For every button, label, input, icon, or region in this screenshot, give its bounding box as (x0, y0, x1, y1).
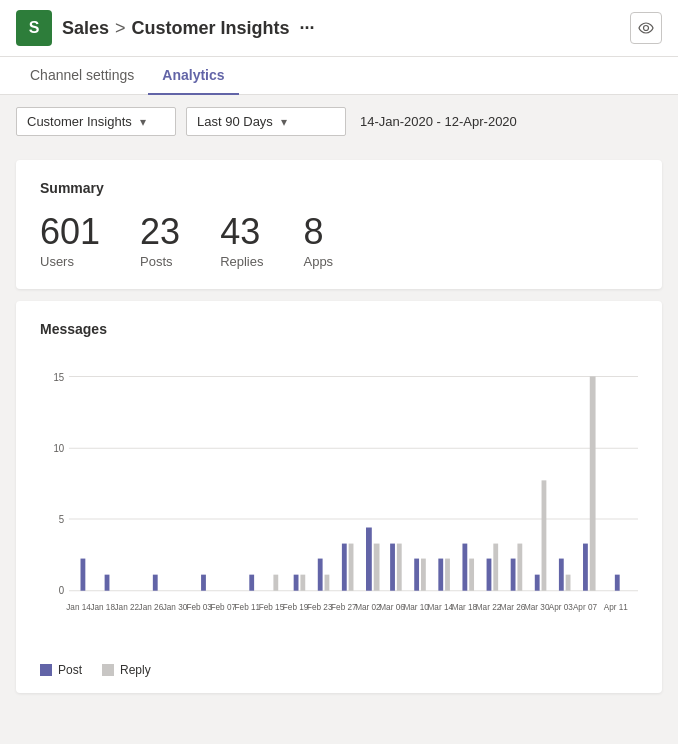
svg-text:Feb 27: Feb 27 (331, 602, 357, 613)
tab-channel-settings[interactable]: Channel settings (16, 57, 148, 95)
svg-rect-14 (273, 575, 278, 591)
svg-rect-27 (438, 559, 443, 591)
messages-chart-title: Messages (40, 321, 638, 337)
svg-rect-37 (559, 559, 564, 591)
chevron-down-icon: ▾ (281, 115, 287, 129)
header: S Sales > Customer Insights ··· (0, 0, 678, 57)
tab-analytics[interactable]: Analytics (148, 57, 238, 95)
svg-point-0 (644, 26, 649, 31)
svg-rect-12 (201, 575, 206, 591)
svg-rect-36 (542, 480, 547, 590)
apps-value: 8 (303, 214, 323, 250)
filters-bar: Customer Insights ▾ Last 90 Days ▾ 14-Ja… (0, 95, 678, 148)
svg-text:Mar 18: Mar 18 (452, 602, 478, 613)
svg-rect-35 (535, 575, 540, 591)
svg-text:Feb 15: Feb 15 (259, 602, 285, 613)
insight-dropdown-label: Customer Insights (27, 114, 132, 129)
svg-rect-23 (390, 544, 395, 591)
post-color-swatch (40, 664, 52, 676)
svg-rect-19 (342, 544, 347, 591)
svg-text:Feb 19: Feb 19 (283, 602, 309, 613)
svg-rect-28 (445, 559, 450, 591)
svg-rect-22 (374, 544, 380, 591)
svg-text:Jan 26: Jan 26 (139, 602, 164, 613)
svg-rect-20 (349, 544, 354, 591)
svg-rect-11 (153, 575, 158, 591)
chart-area: 15 10 5 0 (40, 355, 638, 655)
period-dropdown-label: Last 90 Days (197, 114, 273, 129)
messages-chart-card: Messages 15 10 5 0 (16, 301, 662, 693)
svg-text:Mar 30: Mar 30 (524, 602, 550, 613)
svg-text:Mar 14: Mar 14 (428, 602, 454, 613)
svg-rect-40 (590, 376, 596, 590)
summary-title: Summary (40, 180, 638, 196)
replies-label: Replies (220, 254, 263, 269)
svg-rect-18 (325, 575, 330, 591)
svg-rect-26 (421, 559, 426, 591)
avatar: S (16, 10, 52, 46)
svg-text:Mar 10: Mar 10 (403, 602, 429, 613)
svg-rect-34 (517, 544, 522, 591)
more-options[interactable]: ··· (300, 18, 315, 39)
svg-text:Feb 03: Feb 03 (186, 602, 212, 613)
app-name: Sales (62, 18, 109, 39)
tabs-bar: Channel settings Analytics (0, 57, 678, 95)
svg-text:Mar 06: Mar 06 (379, 602, 405, 613)
svg-rect-16 (300, 575, 305, 591)
summary-apps: 8 Apps (303, 214, 333, 269)
summary-replies: 43 Replies (220, 214, 263, 269)
date-range-display: 14-Jan-2020 - 12-Apr-2020 (356, 114, 517, 129)
svg-rect-9 (81, 559, 86, 591)
legend-post-label: Post (58, 663, 82, 677)
chart-legend: Post Reply (40, 663, 638, 677)
svg-rect-33 (511, 559, 516, 591)
page-title: Customer Insights (132, 18, 290, 39)
svg-text:Mar 02: Mar 02 (355, 602, 381, 613)
legend-post: Post (40, 663, 82, 677)
svg-rect-39 (583, 544, 588, 591)
svg-rect-17 (318, 559, 323, 591)
messages-chart-svg: 15 10 5 0 (40, 355, 638, 655)
svg-text:Feb 07: Feb 07 (211, 602, 237, 613)
svg-text:Jan 22: Jan 22 (115, 602, 140, 613)
svg-text:Jan 14: Jan 14 (66, 602, 91, 613)
svg-rect-38 (566, 575, 571, 591)
svg-rect-24 (397, 544, 402, 591)
summary-users: 601 Users (40, 214, 100, 269)
svg-rect-30 (469, 559, 474, 591)
svg-text:Apr 03: Apr 03 (549, 602, 573, 613)
insight-dropdown[interactable]: Customer Insights ▾ (16, 107, 176, 136)
svg-text:Jan 30: Jan 30 (163, 602, 188, 613)
svg-rect-10 (105, 575, 110, 591)
reply-color-swatch (102, 664, 114, 676)
svg-text:Apr 07: Apr 07 (573, 602, 597, 613)
svg-text:15: 15 (53, 371, 64, 383)
svg-text:5: 5 (59, 514, 65, 526)
svg-text:Feb 23: Feb 23 (307, 602, 333, 613)
replies-value: 43 (220, 214, 260, 250)
summary-grid: 601 Users 23 Posts 43 Replies 8 Apps (40, 214, 638, 269)
legend-reply: Reply (102, 663, 151, 677)
breadcrumb-separator: > (115, 18, 126, 39)
svg-rect-25 (414, 559, 419, 591)
svg-text:10: 10 (53, 443, 64, 455)
svg-text:Apr 11: Apr 11 (604, 602, 628, 613)
svg-rect-13 (249, 575, 254, 591)
summary-card: Summary 601 Users 23 Posts 43 Replies 8 … (16, 160, 662, 289)
svg-text:Jan 18: Jan 18 (90, 602, 115, 613)
posts-value: 23 (140, 214, 180, 250)
users-value: 601 (40, 214, 100, 250)
header-left: S Sales > Customer Insights ··· (16, 10, 315, 46)
legend-reply-label: Reply (120, 663, 151, 677)
svg-text:Mar 22: Mar 22 (476, 602, 502, 613)
view-toggle-button[interactable] (630, 12, 662, 44)
users-label: Users (40, 254, 74, 269)
summary-posts: 23 Posts (140, 214, 180, 269)
period-dropdown[interactable]: Last 90 Days ▾ (186, 107, 346, 136)
svg-rect-31 (487, 559, 492, 591)
svg-rect-41 (615, 575, 620, 591)
apps-label: Apps (303, 254, 333, 269)
svg-rect-32 (493, 544, 498, 591)
svg-rect-29 (462, 544, 467, 591)
svg-rect-15 (294, 575, 299, 591)
